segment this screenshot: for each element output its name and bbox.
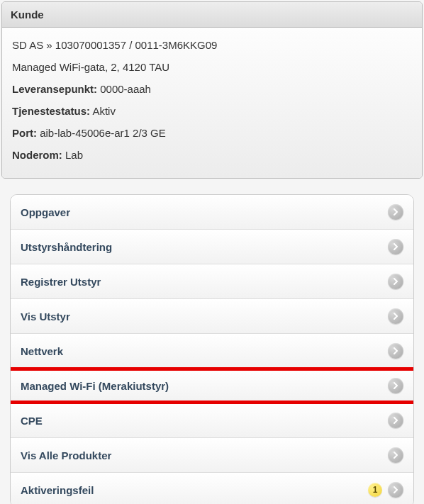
menu-item-right <box>388 308 403 324</box>
menu-item-label: Oppgaver <box>21 206 70 218</box>
menu-item-nettverk[interactable]: Nettverk <box>11 334 413 369</box>
chevron-right-icon <box>388 447 403 463</box>
menu-item-vis-alle-produkter[interactable]: Vis Alle Produkter <box>11 438 413 473</box>
panel-title: Kunde <box>2 2 422 28</box>
info-row-port: Port: aib-lab-45006e-ar1 2/3 GE <box>12 127 412 139</box>
menu-item-right <box>388 413 403 428</box>
menu-item-label: Registrer Utstyr <box>21 276 101 288</box>
menu-item-registrer-utstyr[interactable]: Registrer Utstyr <box>11 264 413 299</box>
menu-item-label: Managed Wi-Fi (Merakiutstyr) <box>21 380 169 392</box>
info-row-noderom: Noderom: Lab <box>12 149 412 161</box>
info-value: aib-lab-45006e-ar1 2/3 GE <box>40 127 166 139</box>
menu-item-label: Utstyrshåndtering <box>21 241 112 253</box>
menu-item-right <box>388 239 403 254</box>
menu-item-right <box>388 447 403 463</box>
menu-item-cpe[interactable]: CPE <box>11 403 413 438</box>
chevron-right-icon <box>388 239 403 254</box>
menu-item-aktiveringsfeil[interactable]: Aktiveringsfeil1 <box>11 473 413 504</box>
info-value: 0000-aaah <box>100 83 151 95</box>
info-row-tjenestestatus: Tjenestestatus: Aktiv <box>12 105 412 117</box>
customer-panel: Kunde SD AS » 103070001357 / 0011-3M6KKG… <box>1 1 423 179</box>
count-badge: 1 <box>368 483 382 497</box>
menu-item-right: 1 <box>368 482 403 498</box>
menu-item-right <box>388 343 403 359</box>
info-label: Leveransepunkt: <box>12 83 97 95</box>
menu-item-vis-utstyr[interactable]: Vis Utstyr <box>11 299 413 334</box>
info-value: Aktiv <box>92 105 116 117</box>
chevron-right-icon <box>388 482 403 498</box>
chevron-right-icon <box>388 378 403 393</box>
info-label: Port: <box>12 127 37 139</box>
menu-item-label: Vis Utstyr <box>21 310 70 323</box>
chevron-right-icon <box>388 274 403 289</box>
menu-item-label: Vis Alle Produkter <box>21 449 111 461</box>
chevron-right-icon <box>388 204 403 220</box>
menu-item-utstyrsh-ndtering[interactable]: Utstyrshåndtering <box>11 230 413 264</box>
menu-item-right <box>388 274 403 289</box>
menu-item-label: Nettverk <box>21 345 63 357</box>
address: Managed WiFi-gata, 2, 4120 TAU <box>12 61 412 73</box>
menu-list: OppgaverUtstyrshåndteringRegistrer Utsty… <box>10 194 414 504</box>
chevron-right-icon <box>388 413 403 428</box>
info-label: Tjenestestatus: <box>12 105 90 117</box>
info-value: Lab <box>65 149 83 161</box>
menu-item-label: Aktiveringsfeil <box>21 484 94 496</box>
info-label: Noderom: <box>12 149 62 161</box>
chevron-right-icon <box>388 343 403 359</box>
menu-item-label: CPE <box>21 415 43 427</box>
menu-item-oppgaver[interactable]: Oppgaver <box>11 195 413 230</box>
chevron-right-icon <box>388 308 403 324</box>
menu-item-right <box>388 378 403 393</box>
info-row-leveransepunkt: Leveransepunkt: 0000-aaah <box>12 83 412 95</box>
breadcrumb: SD AS » 103070001357 / 0011-3M6KKG09 <box>12 39 412 51</box>
menu-item-right <box>388 204 403 220</box>
menu-item-managed-wi-fi-merakiutstyr[interactable]: Managed Wi-Fi (Merakiutstyr) <box>11 369 413 403</box>
panel-body: SD AS » 103070001357 / 0011-3M6KKG09 Man… <box>2 28 422 178</box>
